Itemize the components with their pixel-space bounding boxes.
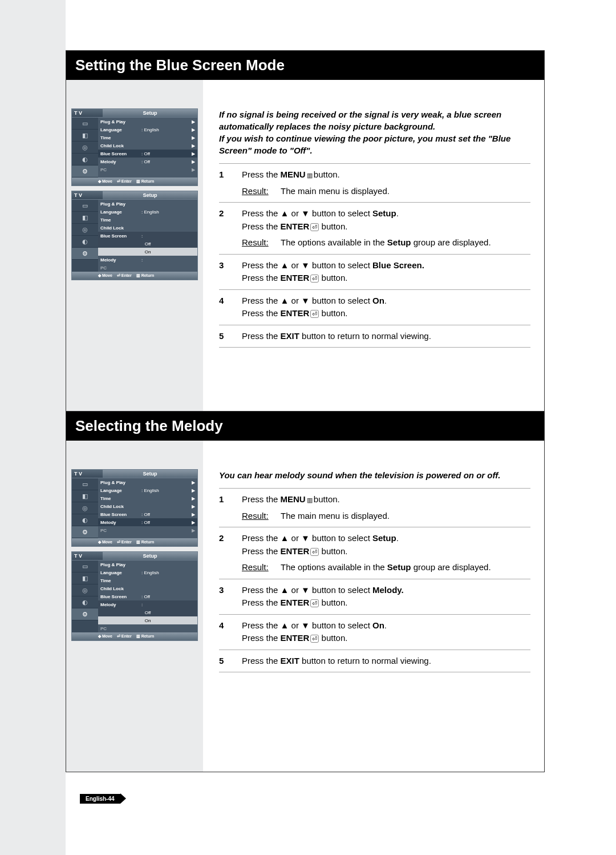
step: 1 Press the MENU▥ button.Result:The main… bbox=[219, 168, 530, 197]
enter-icon: ⏎ bbox=[310, 275, 319, 283]
section-title: Setting the Blue Screen Mode bbox=[66, 50, 544, 80]
menu-icon: ▥ bbox=[307, 171, 311, 180]
osd-menu: T VSetup ▭◧◎◐⚙Plug & PlayLanguage: Engli… bbox=[71, 551, 198, 641]
enter-icon: ⏎ bbox=[310, 635, 319, 643]
osd-column: T VSetup ▭◧◎◐⚙Plug & Play▶Language: Engl… bbox=[66, 441, 203, 772]
intro-text: You can hear melody sound when the telev… bbox=[219, 469, 530, 481]
step-text: Press the ▲ or ▼ button to select On.Pre… bbox=[242, 295, 530, 320]
step: 1 Press the MENU▥ button.Result:The main… bbox=[219, 493, 530, 522]
osd-column: T VSetup ▭◧◎◐⚙Plug & Play▶Language: Engl… bbox=[66, 80, 203, 411]
enter-icon: ⏎ bbox=[310, 223, 319, 231]
step-number: 5 bbox=[219, 330, 242, 343]
osd-menu: T VSetup ▭◧◎◐⚙Plug & Play▶Language: Engl… bbox=[71, 108, 198, 186]
enter-icon: ⏎ bbox=[310, 310, 319, 318]
step-text: Press the MENU▥ button.Result:The main m… bbox=[242, 493, 530, 522]
separator bbox=[219, 614, 530, 615]
page-number-label: English-44 bbox=[80, 794, 120, 804]
separator bbox=[219, 254, 530, 255]
content-frame: Setting the Blue Screen Mode T VSetup ▭◧… bbox=[66, 50, 545, 772]
step-text: Press the ▲ or ▼ button to select Blue S… bbox=[242, 259, 530, 285]
intro-text: If no signal is being received or the si… bbox=[219, 108, 530, 156]
instructions-column: You can hear melody sound when the telev… bbox=[203, 441, 544, 772]
separator bbox=[219, 202, 530, 203]
step: 2 Press the ▲ or ▼ button to select Setu… bbox=[219, 207, 530, 249]
step-number: 4 bbox=[219, 619, 242, 645]
step: 2 Press the ▲ or ▼ button to select Setu… bbox=[219, 532, 530, 574]
step-number: 2 bbox=[219, 532, 242, 574]
separator bbox=[219, 672, 530, 672]
steps-list: 1 Press the MENU▥ button.Result:The main… bbox=[219, 168, 530, 348]
step-text: Press the EXIT button to return to norma… bbox=[242, 330, 530, 343]
step-text: Press the MENU▥ button.Result:The main m… bbox=[242, 168, 530, 197]
page-number-triangle-icon bbox=[120, 793, 126, 804]
osd-menu: T VSetup ▭◧◎◐⚙Plug & Play▶Language: Engl… bbox=[71, 469, 198, 547]
section-body: T VSetup ▭◧◎◐⚙Plug & Play▶Language: Engl… bbox=[66, 441, 544, 772]
step-number: 3 bbox=[219, 259, 242, 285]
step: 5 Press the EXIT button to return to nor… bbox=[219, 655, 530, 668]
step-number: 3 bbox=[219, 584, 242, 610]
separator bbox=[219, 650, 530, 650]
step-number: 1 bbox=[219, 493, 242, 522]
osd-menu: T VSetup ▭◧◎◐⚙Plug & PlayLanguage: Engli… bbox=[71, 191, 198, 280]
steps-list: 1 Press the MENU▥ button.Result:The main… bbox=[219, 493, 530, 672]
separator bbox=[219, 488, 530, 489]
separator bbox=[219, 163, 530, 164]
step: 5 Press the EXIT button to return to nor… bbox=[219, 330, 530, 343]
step-number: 2 bbox=[219, 207, 242, 249]
page-number: English-44 bbox=[80, 793, 126, 804]
step-number: 1 bbox=[219, 168, 242, 197]
step-text: Press the ▲ or ▼ button to select Setup.… bbox=[242, 207, 530, 249]
step-text: Press the ▲ or ▼ button to select Melody… bbox=[242, 584, 530, 610]
separator bbox=[219, 527, 530, 527]
step-text: Press the ▲ or ▼ button to select Setup.… bbox=[242, 532, 530, 574]
step-text: Press the ▲ or ▼ button to select On.Pre… bbox=[242, 619, 530, 645]
enter-icon: ⏎ bbox=[310, 548, 319, 556]
step: 3 Press the ▲ or ▼ button to select Blue… bbox=[219, 259, 530, 285]
step-text: Press the EXIT button to return to norma… bbox=[242, 655, 530, 668]
instructions-column: If no signal is being received or the si… bbox=[203, 80, 544, 411]
separator bbox=[219, 289, 530, 290]
section-title: Selecting the Melody bbox=[66, 411, 544, 441]
manual-page: Setting the Blue Screen Mode T VSetup ▭◧… bbox=[0, 0, 616, 855]
step-number: 4 bbox=[219, 295, 242, 320]
step: 3 Press the ▲ or ▼ button to select Melo… bbox=[219, 584, 530, 610]
enter-icon: ⏎ bbox=[310, 599, 319, 607]
step: 4 Press the ▲ or ▼ button to select On.P… bbox=[219, 619, 530, 645]
section-body: T VSetup ▭◧◎◐⚙Plug & Play▶Language: Engl… bbox=[66, 80, 544, 411]
separator bbox=[219, 347, 530, 348]
separator bbox=[219, 325, 530, 325]
step-number: 5 bbox=[219, 655, 242, 668]
menu-icon: ▥ bbox=[307, 495, 311, 505]
separator bbox=[219, 579, 530, 579]
left-margin bbox=[0, 0, 66, 855]
step: 4 Press the ▲ or ▼ button to select On.P… bbox=[219, 295, 530, 320]
